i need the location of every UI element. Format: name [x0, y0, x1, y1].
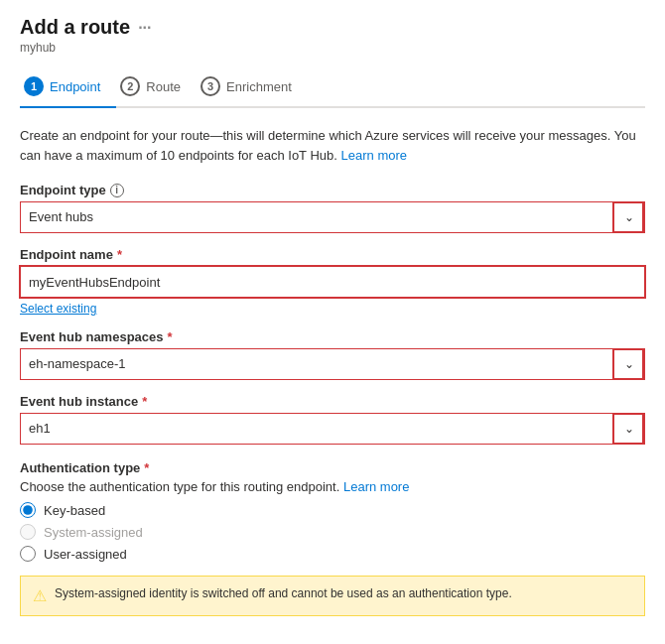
- warning-text: System-assigned identity is switched off…: [55, 586, 512, 600]
- chevron-down-icon-2: ⌄: [624, 357, 634, 371]
- event-hub-namespace-value: eh-namespace-1: [21, 348, 612, 380]
- page-subtitle: myhub: [20, 41, 645, 55]
- step-endpoint[interactable]: 1 Endpoint: [20, 68, 116, 108]
- radio-system-assigned-input[interactable]: [20, 524, 36, 540]
- event-hub-instance-value: eh1: [21, 413, 612, 445]
- endpoint-type-dropdown[interactable]: Event hubs ⌄: [20, 201, 645, 233]
- chevron-down-icon: ⌄: [624, 210, 634, 224]
- endpoint-type-value: Event hubs: [21, 201, 612, 233]
- auth-type-required: *: [144, 460, 149, 475]
- endpoint-type-info-icon[interactable]: i: [110, 184, 124, 197]
- learn-more-link[interactable]: Learn more: [341, 148, 407, 163]
- event-hub-namespace-label: Event hub namespaces: [20, 329, 164, 344]
- endpoint-type-field: Endpoint type i Event hubs ⌄: [20, 183, 645, 233]
- form-section: Endpoint type i Event hubs ⌄ Endpoint na…: [20, 183, 645, 616]
- event-hub-instance-chevron-button[interactable]: ⌄: [612, 413, 644, 445]
- auth-radio-group: Key-based System-assigned User-assigned: [20, 502, 645, 562]
- step-1-circle: 1: [24, 76, 44, 96]
- endpoint-name-input[interactable]: [20, 266, 645, 298]
- auth-learn-more-link[interactable]: Learn more: [343, 479, 409, 494]
- endpoint-name-required: *: [117, 247, 122, 262]
- step-2-label: Route: [146, 79, 181, 94]
- radio-key-based-input[interactable]: [20, 502, 36, 518]
- radio-key-based[interactable]: Key-based: [20, 502, 645, 518]
- step-3-circle: 3: [200, 76, 220, 96]
- event-hub-namespace-chevron-button[interactable]: ⌄: [612, 348, 644, 380]
- event-hub-instance-field: Event hub instance * eh1 ⌄: [20, 394, 645, 445]
- event-hub-instance-required: *: [142, 394, 147, 409]
- endpoint-type-chevron-button[interactable]: ⌄: [612, 201, 644, 233]
- radio-user-assigned-label: User-assigned: [44, 547, 127, 562]
- radio-system-assigned-label: System-assigned: [44, 525, 143, 540]
- warning-box: ⚠ System-assigned identity is switched o…: [20, 576, 645, 616]
- radio-user-assigned-input[interactable]: [20, 546, 36, 562]
- chevron-down-icon-3: ⌄: [624, 422, 634, 436]
- endpoint-name-label: Endpoint name: [20, 247, 113, 262]
- step-1-label: Endpoint: [50, 79, 100, 94]
- step-3-label: Enrichment: [226, 79, 292, 94]
- event-hub-instance-dropdown[interactable]: eh1 ⌄: [20, 413, 645, 445]
- endpoint-name-field: Endpoint name * Select existing: [20, 247, 645, 316]
- auth-type-section: Authentication type * Choose the authent…: [20, 460, 645, 562]
- description-text: Create an endpoint for your route—this w…: [20, 128, 636, 163]
- event-hub-namespace-dropdown[interactable]: eh-namespace-1 ⌄: [20, 348, 645, 380]
- endpoint-type-label: Endpoint type: [20, 183, 106, 197]
- select-existing-link[interactable]: Select existing: [20, 302, 96, 316]
- radio-user-assigned[interactable]: User-assigned: [20, 546, 645, 562]
- steps-bar: 1 Endpoint 2 Route 3 Enrichment: [20, 68, 645, 108]
- auth-description: Choose the authentication type for this …: [20, 479, 645, 494]
- step-route[interactable]: 2 Route: [116, 68, 197, 106]
- event-hub-instance-label: Event hub instance: [20, 394, 138, 409]
- radio-system-assigned[interactable]: System-assigned: [20, 524, 645, 540]
- more-options-icon[interactable]: ···: [138, 19, 151, 37]
- page-title: Add a route: [20, 16, 130, 39]
- event-hub-namespace-field: Event hub namespaces * eh-namespace-1 ⌄: [20, 329, 645, 380]
- auth-type-label: Authentication type: [20, 460, 140, 475]
- description-box: Create an endpoint for your route—this w…: [20, 126, 645, 165]
- warning-icon: ⚠: [33, 586, 47, 605]
- event-hub-namespace-required: *: [168, 329, 173, 344]
- step-2-circle: 2: [120, 76, 140, 96]
- step-enrichment[interactable]: 3 Enrichment: [197, 68, 308, 106]
- radio-key-based-label: Key-based: [44, 503, 105, 518]
